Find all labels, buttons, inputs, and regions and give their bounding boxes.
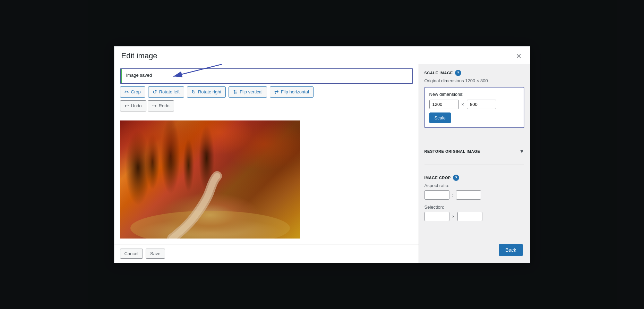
aspect-ratio-label: Aspect ratio: bbox=[424, 183, 524, 188]
flip-vertical-button[interactable]: ⇅ Flip vertical bbox=[229, 86, 267, 98]
modal-overlay: Edit image × Image saved bbox=[0, 0, 644, 309]
undo-icon: ↩ bbox=[124, 103, 129, 109]
new-dimensions-label: New dimensions: bbox=[429, 92, 520, 97]
save-button[interactable]: Save bbox=[146, 249, 165, 259]
image-crop-help-icon[interactable]: ? bbox=[453, 175, 459, 181]
rotate-right-icon: ↻ bbox=[191, 89, 196, 95]
ratio-colon: : bbox=[452, 192, 454, 198]
rotate-right-button[interactable]: ↻ Rotate right bbox=[187, 86, 226, 98]
selection-label: Selection: bbox=[424, 204, 524, 210]
aspect-ratio-y-input[interactable] bbox=[456, 190, 481, 200]
toolbar: ✂ Crop ↺ Rotate left ↻ Rotate right ⇅ Fl… bbox=[114, 86, 419, 100]
svg-point-3 bbox=[130, 211, 290, 239]
close-button[interactable]: × bbox=[515, 51, 523, 60]
chevron-down-icon: ▼ bbox=[520, 149, 524, 154]
cancel-button[interactable]: Cancel bbox=[120, 249, 143, 259]
notification-text: Image saved bbox=[122, 69, 412, 83]
rotate-left-button[interactable]: ↺ Rotate left bbox=[148, 86, 184, 98]
back-button-container: Back bbox=[499, 244, 523, 256]
height-input[interactable] bbox=[467, 100, 496, 109]
crop-button[interactable]: ✂ Crop bbox=[120, 86, 145, 98]
redo-button[interactable]: ↪ Redo bbox=[148, 100, 174, 111]
restore-section: RESTORE ORIGINAL IMAGE ▼ bbox=[424, 145, 524, 158]
original-dimensions: Original dimensions 1200 × 800 bbox=[424, 78, 524, 83]
scale-image-title: SCALE IMAGE bbox=[424, 71, 453, 75]
image-crop-header: IMAGE CROP ? bbox=[424, 175, 524, 181]
modal-body: Image saved ✂ bbox=[114, 64, 530, 263]
scale-image-header: SCALE IMAGE ? bbox=[424, 70, 524, 76]
scale-box: New dimensions: × Scale bbox=[424, 87, 524, 128]
selection-row: × bbox=[424, 212, 524, 221]
left-panel: Image saved ✂ bbox=[114, 64, 419, 263]
flip-horizontal-button[interactable]: ⇄ Flip horizontal bbox=[270, 86, 314, 98]
undo-redo-bar: ↩ Undo ↪ Redo bbox=[114, 100, 419, 115]
scale-image-help-icon[interactable]: ? bbox=[455, 70, 461, 76]
crop-icon: ✂ bbox=[124, 89, 129, 95]
flip-vertical-icon: ⇅ bbox=[233, 89, 238, 95]
width-input[interactable] bbox=[429, 100, 459, 109]
modal-title: Edit image bbox=[121, 51, 157, 60]
right-panel: SCALE IMAGE ? Original dimensions 1200 ×… bbox=[419, 64, 530, 263]
dims-x-separator: × bbox=[462, 102, 464, 107]
divider-1 bbox=[424, 138, 524, 138]
edit-image-modal: Edit image × Image saved bbox=[114, 46, 530, 263]
image-canvas bbox=[114, 115, 419, 244]
image-crop-title: IMAGE CROP bbox=[424, 176, 451, 180]
redo-icon: ↪ bbox=[152, 103, 157, 109]
restore-title: RESTORE ORIGINAL IMAGE bbox=[424, 149, 480, 153]
scale-button[interactable]: Scale bbox=[429, 112, 451, 123]
undo-button[interactable]: ↩ Undo bbox=[120, 100, 146, 111]
restore-row[interactable]: RESTORE ORIGINAL IMAGE ▼ bbox=[424, 145, 524, 158]
notification-bar: Image saved bbox=[120, 68, 413, 84]
image-path-svg bbox=[120, 120, 300, 239]
modal-header: Edit image × bbox=[114, 47, 530, 64]
selection-x-input[interactable] bbox=[424, 212, 449, 221]
selection-x-separator: × bbox=[452, 214, 455, 219]
image-crop-section: IMAGE CROP ? Aspect ratio: : Selection: … bbox=[424, 172, 524, 226]
aspect-ratio-row: : bbox=[424, 190, 524, 200]
scale-image-section: SCALE IMAGE ? Original dimensions 1200 ×… bbox=[424, 70, 524, 131]
back-button[interactable]: Back bbox=[499, 244, 523, 256]
flip-horizontal-icon: ⇄ bbox=[274, 89, 279, 95]
image-preview bbox=[120, 120, 300, 239]
rotate-left-icon: ↺ bbox=[153, 89, 157, 95]
aspect-ratio-x-input[interactable] bbox=[424, 190, 449, 200]
dimensions-row: × bbox=[429, 100, 520, 109]
modal-footer: Cancel Save bbox=[114, 244, 419, 263]
selection-y-input[interactable] bbox=[457, 212, 482, 221]
divider-2 bbox=[424, 165, 524, 165]
